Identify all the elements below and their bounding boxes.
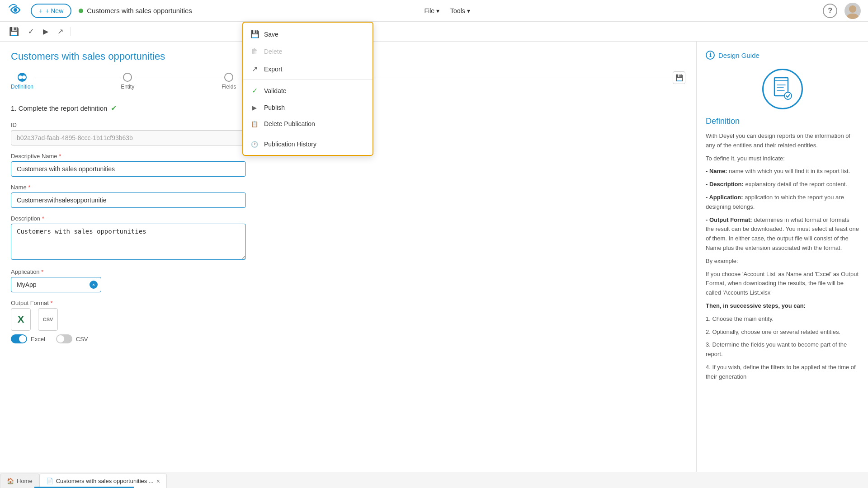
history-menu-icon: 🕐 (250, 141, 259, 148)
application-label: Application * (11, 268, 246, 275)
menu-divider-2 (243, 134, 373, 134)
definition-description-item: - Description: explanatory detail of the… (706, 180, 859, 189)
menu-item-export[interactable]: ↗ Export (243, 60, 373, 78)
application-field-group: Application * × (11, 268, 246, 292)
format-icons: X CSV (11, 308, 685, 331)
csv-toggle[interactable] (56, 334, 72, 343)
descriptive-name-input[interactable] (11, 161, 246, 177)
validate-button[interactable]: ✓ (26, 25, 36, 38)
file-chevron-icon: ▾ (436, 7, 439, 14)
menu-item-delete-publication[interactable]: 📋 Delete Publication (243, 116, 373, 132)
required-star-3: * (42, 215, 44, 222)
menu-divider-1 (243, 80, 373, 80)
output-format-section: Output Format * X CSV (11, 300, 685, 343)
description-field-group: Description * (11, 215, 246, 261)
name-field-group: Name * (11, 184, 246, 208)
check-icon: ✓ (28, 27, 34, 36)
tab-doc-icon: 📄 (46, 478, 53, 484)
step-label-fields: Fields (222, 84, 236, 90)
definition-step-3: 3. Determine the fields you want to beco… (706, 340, 859, 359)
menu-item-publication-history[interactable]: 🕐 Publication History (243, 136, 373, 152)
play-icon: ▶ (43, 27, 48, 36)
menu-item-validate[interactable]: ✓ Validate (243, 82, 373, 99)
export-menu-label: Export (264, 66, 282, 73)
tab-close-button[interactable]: × (156, 478, 160, 484)
excel-toggle[interactable] (11, 334, 27, 343)
help-button[interactable]: ? (823, 4, 837, 18)
file-menu-button[interactable]: File ▾ (420, 5, 444, 16)
step-fields[interactable]: Fields (222, 73, 236, 90)
definition-title: Definition (706, 117, 859, 126)
delete-pub-menu-icon: 📋 (250, 121, 259, 127)
logo (7, 2, 24, 19)
export-menu-icon: ↗ (250, 65, 259, 73)
main-layout: Customers with sales opportunities Defin… (0, 42, 868, 472)
definition-output-item: - Output Format: determines in what form… (706, 216, 859, 253)
doc-title-area: Customers with sales opportunities (79, 7, 412, 14)
tools-chevron-icon: ▾ (467, 7, 470, 14)
application-field-wrap: × (11, 277, 101, 292)
menu-item-save[interactable]: 💾 Save (243, 25, 373, 43)
description-textarea[interactable] (11, 224, 246, 260)
info-icon: ℹ (706, 51, 715, 60)
save-menu-label: Save (264, 31, 278, 38)
right-panel: ℹ Design Guide Definition With Deyel you… (696, 42, 868, 472)
name-input[interactable] (11, 192, 246, 208)
output-format-label: Output Format * (11, 300, 685, 306)
csv-toggle-item: CSV (56, 334, 88, 343)
section-checkmark: ✔ (111, 104, 117, 113)
home-icon: 🏠 (7, 478, 14, 484)
step-entity[interactable]: Entity (121, 73, 134, 90)
definition-intro: With Deyel you can design reports on the… (706, 131, 859, 150)
excel-icon: X (18, 314, 24, 325)
tab-doc[interactable]: 📄 Customers with sales opportunities ...… (39, 474, 167, 488)
definition-application-item: - Application: application to which the … (706, 193, 859, 212)
tools-menu-button[interactable]: Tools ▾ (446, 5, 475, 16)
csv-icon: CSV (43, 317, 53, 322)
definition-step-1: 1. Choose the main entity. (706, 314, 859, 324)
new-button[interactable]: + + New (31, 4, 71, 18)
doc-title: Customers with sales opportunities (87, 7, 192, 14)
name-label: Name * (11, 184, 246, 191)
required-star-5: * (50, 300, 52, 306)
id-label: ID (11, 122, 246, 128)
delete-menu-icon: 🗑 (250, 47, 259, 56)
application-clear-button[interactable]: × (90, 281, 98, 289)
excel-toggle-label: Excel (31, 336, 45, 343)
delete-menu-label: Delete (264, 48, 282, 55)
svg-point-0 (14, 8, 17, 12)
avatar[interactable] (844, 3, 861, 19)
definition-example-text: If you choose 'Account List' as Name and… (706, 270, 859, 298)
question-icon: ? (828, 7, 832, 15)
step-line-2 (134, 78, 222, 78)
toggle-row: Excel CSV (11, 334, 685, 343)
tab-home[interactable]: 🏠 Home (0, 474, 39, 488)
tab-bar: 🏠 Home 📄 Customers with sales opportunit… (0, 472, 868, 488)
validate-menu-icon: ✓ (250, 86, 259, 95)
export-button[interactable]: ↗ (56, 25, 65, 38)
menu-item-publish[interactable]: ▶ Publish (243, 99, 373, 116)
plus-icon: + (39, 7, 42, 14)
step-definition[interactable]: Definition (11, 73, 33, 90)
descriptive-name-label: Descriptive Name * (11, 153, 246, 160)
definition-example-intro: By example: (706, 257, 859, 266)
menu-item-delete: 🗑 Delete (243, 43, 373, 60)
definition-indicate: To define it, you must indicate: (706, 154, 859, 164)
save-button[interactable]: 💾 (7, 25, 21, 38)
svg-point-3 (784, 92, 792, 99)
step-label-entity: Entity (121, 84, 134, 90)
description-label: Description * (11, 215, 246, 222)
step-line-1 (33, 78, 121, 78)
design-guide-title: Design Guide (718, 52, 760, 59)
definition-text: With Deyel you can design reports on the… (706, 131, 859, 382)
run-button[interactable]: ▶ (41, 25, 50, 38)
application-input[interactable] (11, 277, 101, 292)
step-circle-fields (224, 73, 233, 82)
csv-icon-box: CSV (38, 308, 58, 331)
tools-dropdown-menu: 💾 Save 🗑 Delete ↗ Export ✓ Validate ▶ Pu… (242, 22, 373, 156)
delete-pub-menu-label: Delete Publication (264, 120, 315, 127)
export-icon: ↗ (57, 27, 63, 36)
step-circle-entity (123, 73, 132, 82)
status-dot (79, 9, 83, 13)
floppy-icon: 💾 (675, 74, 683, 81)
